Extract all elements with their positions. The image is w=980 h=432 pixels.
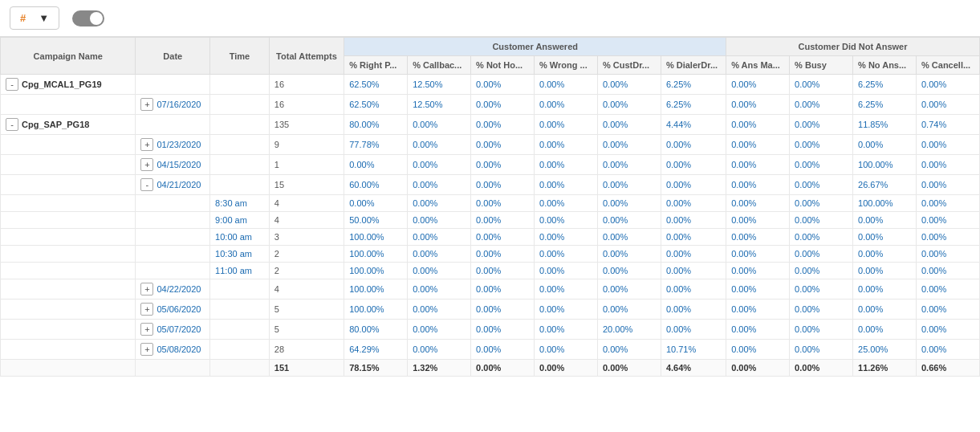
- cell-pct-4: 0.00%: [597, 229, 661, 246]
- cell-time: [210, 340, 270, 360]
- cell-pct-9: 0.00%: [916, 212, 979, 229]
- table-row: +04/15/202010.00%0.00%0.00%0.00%0.00%0.0…: [1, 155, 981, 175]
- expand-date-btn[interactable]: +: [140, 158, 153, 171]
- table-row: 9:00 am450.00%0.00%0.00%0.00%0.00%0.00%0…: [1, 212, 981, 229]
- cell-pct-4: 0.00%: [597, 212, 661, 229]
- expand-date-btn[interactable]: +: [140, 343, 153, 356]
- cell-pct-8: 0.00%: [853, 212, 917, 229]
- table-row: +04/22/20204100.00%0.00%0.00%0.00%0.00%0…: [1, 279, 981, 300]
- cell-pct-0: 0.00%: [344, 155, 408, 175]
- cell-pct-8: 100.00%: [853, 195, 917, 212]
- cell-pct-7: 0.00%: [790, 320, 853, 340]
- cell-pct-1: 0.00%: [408, 212, 471, 229]
- cell-pct-3: 0.00%: [535, 75, 598, 95]
- cell-pct-1: 12.50%: [408, 95, 471, 115]
- cell-pct-3: 0.00%: [535, 279, 598, 300]
- campaign-name-label: Cpg_MCAL1_PG19: [22, 79, 102, 89]
- cell-pct-3: 0.00%: [535, 135, 598, 155]
- cell-pct-4: 0.00%: [597, 115, 661, 135]
- dropdown-button[interactable]: # ▼: [10, 6, 59, 30]
- cell-campaign: [1, 229, 136, 246]
- expand-campaign-btn[interactable]: -: [6, 118, 18, 131]
- cell-pct-3: 0.00%: [535, 212, 598, 229]
- th-wrong: % Wrong ...: [535, 56, 598, 75]
- cell-pct-2: 0.00%: [471, 279, 535, 300]
- cell-pct-0: 80.00%: [344, 115, 408, 135]
- cell-pct-1: 0.00%: [408, 155, 471, 175]
- cell-pct-8: 6.25%: [853, 95, 917, 115]
- cell-pct-8: 11.26%: [853, 360, 917, 377]
- cell-total: 16: [269, 95, 344, 115]
- cell-date: -04/21/2020: [136, 175, 210, 195]
- cell-pct-6: 0.00%: [726, 135, 790, 155]
- table-row: 10:00 am3100.00%0.00%0.00%0.00%0.00%0.00…: [1, 229, 981, 246]
- cell-total: 2: [269, 246, 344, 263]
- cell-date: [136, 75, 210, 95]
- expand-date-btn[interactable]: +: [140, 303, 153, 316]
- cell-pct-0: 64.29%: [344, 340, 408, 360]
- cell-pct-7: 0.00%: [790, 212, 853, 229]
- expand-date-btn[interactable]: +: [140, 98, 153, 111]
- cell-pct-3: 0.00%: [535, 155, 598, 175]
- cell-pct-1: 0.00%: [408, 229, 471, 246]
- cell-total: 2: [269, 263, 344, 279]
- cell-pct-5: 0.00%: [661, 175, 726, 195]
- cell-pct-7: 0.00%: [790, 115, 853, 135]
- cell-date: +04/15/2020: [136, 155, 210, 175]
- date-label: 05/08/2020: [157, 344, 201, 354]
- cell-pct-6: 0.00%: [726, 246, 790, 263]
- th-custdr: % CustDr...: [597, 56, 661, 75]
- cell-campaign: [1, 263, 136, 279]
- cell-pct-7: 0.00%: [790, 135, 853, 155]
- th-right-p: % Right P...: [344, 56, 408, 75]
- cell-pct-9: 0.00%: [916, 95, 979, 115]
- th-total: Total Attempts: [269, 38, 344, 75]
- cell-pct-2: 0.00%: [471, 195, 535, 212]
- cell-pct-5: 0.00%: [661, 195, 726, 212]
- cell-pct-6: 0.00%: [726, 229, 790, 246]
- th-date: Date: [136, 38, 210, 75]
- cell-pct-0: 60.00%: [344, 175, 408, 195]
- cell-pct-5: 4.44%: [661, 115, 726, 135]
- cell-pct-9: 0.00%: [916, 246, 979, 263]
- expand-campaign-btn[interactable]: -: [6, 78, 18, 91]
- cell-pct-1: 12.50%: [408, 75, 471, 95]
- cell-pct-3: 0.00%: [535, 246, 598, 263]
- cell-time: [210, 115, 270, 135]
- cell-pct-0: 77.78%: [344, 135, 408, 155]
- cell-pct-1: 0.00%: [408, 175, 471, 195]
- cell-pct-8: 0.00%: [853, 320, 917, 340]
- cell-pct-2: 0.00%: [471, 229, 535, 246]
- cell-pct-1: 0.00%: [408, 135, 471, 155]
- cell-pct-6: 0.00%: [726, 95, 790, 115]
- cell-pct-7: 0.00%: [790, 263, 853, 279]
- cell-campaign: [1, 360, 136, 377]
- only-thresholds-toggle[interactable]: [72, 10, 104, 26]
- cell-pct-6: 0.00%: [726, 195, 790, 212]
- cell-time: [210, 155, 270, 175]
- cell-pct-3: 0.00%: [535, 320, 598, 340]
- cell-pct-0: 50.00%: [344, 212, 408, 229]
- cell-pct-9: 0.66%: [916, 360, 979, 377]
- expand-date-btn[interactable]: +: [140, 138, 153, 151]
- cell-date: [136, 115, 210, 135]
- cell-pct-5: 0.00%: [661, 155, 726, 175]
- cell-pct-0: 78.15%: [344, 360, 408, 377]
- cell-total: 3: [269, 229, 344, 246]
- expand-date-btn[interactable]: +: [140, 283, 153, 295]
- cell-date: +05/07/2020: [136, 320, 210, 340]
- cell-time: 10:30 am: [210, 246, 270, 263]
- cell-pct-9: 0.00%: [916, 175, 979, 195]
- cell-time: [210, 360, 270, 377]
- th-callback: % Callbac...: [408, 56, 471, 75]
- cell-pct-6: 0.00%: [726, 212, 790, 229]
- campaign-name-label: Cpg_SAP_PG18: [22, 120, 89, 129]
- th-dialerdr: % DialerDr...: [661, 56, 726, 75]
- cell-pct-4: 0.00%: [597, 75, 661, 95]
- cell-pct-0: 62.50%: [344, 75, 408, 95]
- cell-pct-3: 0.00%: [535, 229, 598, 246]
- expand-date-btn[interactable]: +: [140, 323, 153, 336]
- cell-total: 9: [269, 135, 344, 155]
- cell-campaign: [1, 155, 136, 175]
- expand-date-btn[interactable]: -: [140, 178, 153, 191]
